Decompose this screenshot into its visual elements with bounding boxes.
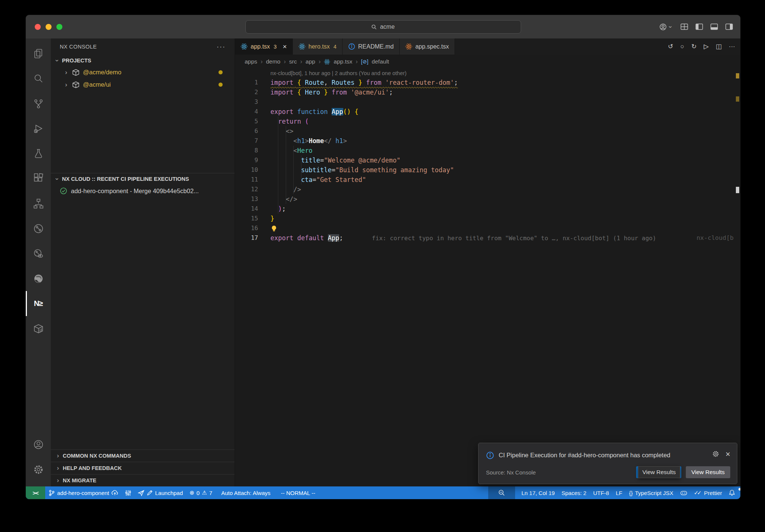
vim-mode-item[interactable]: -- NORMAL -- [278, 486, 319, 499]
code-line[interactable]: 12 /> [235, 185, 740, 194]
indentation-item[interactable]: Spaces: 2 [558, 486, 590, 499]
nx-cloud-section-header[interactable]: › NX CLOUD :: RECENT CI PIPELINE EXECUTI… [51, 173, 235, 185]
remote-indicator[interactable]: >< [26, 486, 45, 499]
code-line[interactable]: 11 cta="Get Started" [235, 175, 740, 185]
code-line[interactable]: 10 subtitle="Build something amazing tod… [235, 165, 740, 175]
activity-testing[interactable] [26, 141, 51, 166]
activity-nx-projects[interactable] [26, 191, 51, 216]
code-line[interactable]: 4export function App() { [235, 107, 740, 117]
command-center-search[interactable]: acme [245, 20, 521, 34]
activity-settings[interactable] [26, 457, 51, 482]
notifications-bell[interactable] [725, 486, 740, 499]
code-line[interactable]: 1import { Route, Routes } from 'react-ro… [235, 78, 740, 87]
code-line[interactable]: 6 <> [235, 126, 740, 136]
copilot-item[interactable] [677, 486, 691, 499]
close-window-button[interactable] [35, 24, 41, 30]
eol-item[interactable]: LF [612, 486, 626, 499]
react-icon [324, 59, 330, 65]
code-line[interactable]: 13 </> [235, 194, 740, 204]
prettier-item[interactable]: ✓✓ Prettier [691, 486, 726, 499]
activity-run-debug[interactable] [26, 116, 51, 141]
chevron-down-icon: › [667, 24, 674, 30]
maximize-window-button[interactable] [56, 24, 62, 30]
code-line[interactable]: 16 [235, 223, 740, 233]
breadcrumb-item[interactable]: default [372, 58, 389, 65]
code-line[interactable]: 7 <h1>Home</ h1> [235, 136, 740, 146]
minimize-window-button[interactable] [46, 24, 52, 30]
lightbulb-icon[interactable] [270, 225, 278, 232]
accounts-icon [659, 23, 667, 31]
section-common-nx-commands[interactable]: › COMMON NX COMMANDS [51, 449, 235, 462]
code-line[interactable]: 2import { Hero } from '@acme/ui'; [235, 87, 740, 97]
language-mode-item[interactable]: {} TypeScript JSX [626, 486, 677, 499]
tab-app-spec-tsx[interactable]: app.spec.tsx [400, 38, 455, 55]
projects-section-header[interactable]: › PROJECTS [51, 55, 235, 66]
code-line[interactable]: 17export default App; fix: correct typo … [235, 233, 740, 243]
breadcrumb-item[interactable]: src [289, 58, 297, 65]
circle-icon[interactable]: ○ [680, 43, 684, 50]
code-line[interactable]: 8 <Hero [235, 146, 740, 155]
section-nx-migrate[interactable]: › NX MIGRATE [51, 474, 235, 486]
split-editor-icon[interactable]: ◫ [716, 43, 722, 50]
activity-source-control[interactable] [26, 91, 51, 116]
toggle-panel-button[interactable] [710, 24, 718, 30]
breadcrumb: apps › demo › src › app › app.tsx › [⊘] … [235, 55, 740, 69]
files-icon [33, 48, 44, 59]
breadcrumb-item[interactable]: apps [245, 58, 257, 65]
code-line[interactable]: 3 [235, 97, 740, 107]
more-actions-icon[interactable]: ··· [729, 43, 735, 50]
breadcrumb-item[interactable]: app.tsx [334, 58, 352, 65]
activity-account[interactable] [26, 432, 51, 457]
encoding-item[interactable]: UTF-8 [590, 486, 613, 499]
view-results-button[interactable]: View Results [686, 466, 730, 478]
cursor-position-item[interactable]: Ln 17, Col 19 [518, 486, 558, 499]
activity-nx-console[interactable]: N≥ [26, 291, 51, 316]
code-editor[interactable]: nx-cloud[bot], 1 hour ago | 2 authors (Y… [235, 69, 740, 486]
activity-package[interactable] [26, 316, 51, 341]
run-file-icon[interactable]: ▷ [704, 43, 709, 50]
line-number: 4 [235, 107, 258, 117]
close-icon[interactable]: × [725, 450, 730, 458]
accounts-menu-button[interactable]: › [659, 23, 673, 31]
pipeline-execution-item[interactable]: add-hero-component - Merge 409b44e5cb02.… [51, 185, 235, 197]
braces-icon: {} [629, 490, 633, 496]
gear-icon[interactable] [712, 450, 719, 458]
section-help-and-feedback[interactable]: › HELP AND FEEDBACK [51, 462, 235, 474]
zoom-indicator[interactable] [488, 486, 515, 499]
tab-readme-md[interactable]: README.md [343, 38, 400, 55]
indentation-label: Spaces: 2 [561, 490, 586, 496]
project-item-acme-demo[interactable]: › @acme/demo [51, 66, 235, 78]
launchpad-item[interactable]: Launchpad [134, 486, 186, 499]
toggle-secondary-sidebar-button[interactable] [725, 24, 733, 30]
customize-layout-button[interactable] [681, 24, 688, 30]
activity-nx-graph[interactable] [26, 216, 51, 241]
graph-circle-icon [33, 223, 44, 234]
code-line[interactable]: 14 ); [235, 204, 740, 214]
code-line[interactable]: 5 return ( [235, 117, 740, 126]
tab-label: app.tsx [251, 43, 270, 50]
activity-nx-cloud-view[interactable] [26, 241, 51, 266]
close-tab-icon[interactable]: × [283, 43, 287, 50]
more-actions-icon[interactable]: ··· [217, 43, 226, 51]
git-branch-item[interactable]: add-hero-component [45, 486, 122, 499]
activity-bar: N≥ [26, 38, 51, 486]
breadcrumb-item[interactable]: demo [266, 58, 281, 65]
activity-search[interactable] [26, 66, 51, 91]
code-line[interactable]: 15} [235, 214, 740, 223]
problems-item[interactable]: ⊗ 0 ⚠ 7 [186, 486, 216, 499]
activity-edge-browser[interactable] [26, 266, 51, 291]
tab-app-tsx[interactable]: app.tsx 3 × [235, 38, 293, 55]
activity-explorer[interactable] [26, 41, 51, 66]
nx-cloud-status-item[interactable] [122, 486, 134, 499]
code-lines: 1import { Route, Routes } from 'react-ro… [235, 78, 740, 243]
toggle-primary-sidebar-button[interactable] [696, 24, 703, 30]
code-line[interactable]: 9 title="Welcome @acme/demo" [235, 155, 740, 165]
nav-forward-circle-icon[interactable]: ↻ [691, 43, 697, 50]
tab-hero-tsx[interactable]: hero.tsx 4 [293, 38, 343, 55]
activity-extensions[interactable] [26, 166, 51, 191]
nav-back-circle-icon[interactable]: ↺ [668, 43, 673, 50]
auto-attach-item[interactable]: Auto Attach: Always [218, 486, 274, 499]
project-item-acme-ui[interactable]: › @acme/ui [51, 78, 235, 91]
breadcrumb-item[interactable]: app [306, 58, 315, 65]
notification-dot [738, 488, 741, 491]
